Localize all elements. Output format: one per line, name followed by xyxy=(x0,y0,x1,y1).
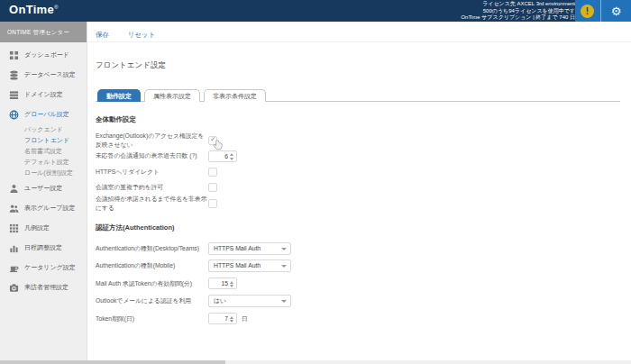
chevron-down-icon xyxy=(281,300,287,303)
sidebar-subitem-frontend[interactable]: フロントエンド xyxy=(0,135,87,146)
action-bar: 保存 リセット xyxy=(88,22,631,42)
top-bar: OnTime® ライセンス先 AXCEL 3rd environment 500… xyxy=(0,0,631,22)
form-row-auth-desktop: Authenticationの種類(Desktop/Teams) HTTPS M… xyxy=(96,241,620,255)
reset-button[interactable]: リセット xyxy=(127,31,155,39)
catering-icon xyxy=(9,263,19,273)
sidebar-subitem-role[interactable]: ロール(役割)設定 xyxy=(0,168,87,178)
https-redirect-checkbox[interactable] xyxy=(208,168,217,177)
scrollbar-thumb[interactable] xyxy=(0,360,225,364)
section-authentication: 認証方法(Authentication) Authenticationの種類(D… xyxy=(96,223,620,325)
sidebar-subitem-backend[interactable]: バックエンド xyxy=(0,124,87,135)
hide-subject-checkbox[interactable] xyxy=(208,199,217,208)
horizontal-scrollbar[interactable] xyxy=(0,360,631,364)
field-label: HTTPSへリダイレクト xyxy=(96,168,208,177)
dashboard-icon xyxy=(9,50,19,60)
section-title: 全体動作設定 xyxy=(96,115,620,124)
form-row-token-validity: Mail Auth 承認Tokenの有効期間(分) xyxy=(96,277,620,290)
domain-icon xyxy=(9,90,19,100)
form-row-hide-subject: 会議招待が承諾されるまで件名を非表示にする xyxy=(96,196,620,210)
sidebar-item-label: ダッシュボード xyxy=(24,50,69,59)
field-label: 未応答の会議通知の表示過去日数 (?) xyxy=(96,151,208,160)
section-title: 認証方法(Authentication) xyxy=(96,223,620,232)
sidebar: ONTIME 管理センター ダッシュボード データベース設定 ドメイン設定 グロ… xyxy=(0,22,87,364)
globe-icon xyxy=(9,110,19,120)
days-suffix-label: 日 xyxy=(242,314,248,323)
outlook-mail-auth-select[interactable]: はい xyxy=(208,295,291,307)
sidebar-item-visitor[interactable]: 来訪者管理設定 xyxy=(0,278,87,297)
sidebar-item-display-group[interactable]: 表示グループ設定 xyxy=(0,198,87,218)
tab-hide-condition-settings[interactable]: 非表示条件設定 xyxy=(204,89,266,102)
chart-icon xyxy=(9,243,19,253)
sidebar-item-label: 表示グループ設定 xyxy=(24,204,76,213)
form-row-https-redirect: HTTPSへリダイレクト xyxy=(96,165,620,178)
field-label: Authenticationの種類(Desktop/Teams) xyxy=(96,244,208,253)
sidebar-item-domain[interactable]: ドメイン設定 xyxy=(0,85,87,105)
sidebar-item-database[interactable]: データベース設定 xyxy=(0,65,87,85)
sidebar-item-global[interactable]: グローバル設定 xyxy=(0,105,87,124)
sidebar-item-label: ケータリング設定 xyxy=(24,263,76,272)
field-label: Authenticationの種類(Mobile) xyxy=(96,261,208,270)
tab-bar: 動作設定 属性表示設定 非表示条件設定 xyxy=(96,89,620,102)
mouse-cursor-icon xyxy=(213,140,223,150)
sidebar-item-label: 日程調整設定 xyxy=(24,243,62,252)
tab-attribute-display-settings[interactable]: 属性表示設定 xyxy=(144,89,200,102)
sidebar-item-schedule[interactable]: 日程調整設定 xyxy=(0,238,87,258)
chevron-down-icon xyxy=(281,265,287,268)
form-row-double-booking: 会議室の重複予約を許可 xyxy=(96,181,620,195)
form-row-token-expiry: Token期限(日) 日 xyxy=(96,312,620,325)
license-line-2: 500のうち94ライセンスを使用中です xyxy=(461,8,575,15)
chevron-down-icon xyxy=(281,248,287,250)
spinner-arrows-icon[interactable] xyxy=(230,279,234,289)
sidebar-item-user[interactable]: ユーザー設定 xyxy=(0,178,87,198)
ontime-logo: OnTime® xyxy=(9,3,59,16)
license-alert-badge[interactable]: ! xyxy=(581,5,594,18)
topbar-right-section: ! ⚙ xyxy=(575,0,631,22)
field-label: Outlookでメールによる認証を利用 xyxy=(96,296,208,305)
double-booking-checkbox[interactable] xyxy=(208,183,217,192)
license-line-3: OnTime サブスクリプション | 終了まで 740 日 xyxy=(461,14,575,22)
token-expiry-input xyxy=(208,313,237,324)
sidebar-header: ONTIME 管理センター xyxy=(0,22,87,42)
sidebar-subitem-name-format[interactable]: 名前書式設定 xyxy=(0,146,87,157)
sidebar-item-dashboard[interactable]: ダッシュボード xyxy=(0,45,87,65)
sidebar-item-legend[interactable]: 凡例設定 xyxy=(0,218,87,238)
sidebar-item-catering[interactable]: ケータリング設定 xyxy=(0,258,87,278)
page-title: フロントエンド設定 xyxy=(96,60,620,71)
visitor-icon xyxy=(9,283,19,293)
auth-desktop-select[interactable]: HTTPS Mail Auth xyxy=(208,242,291,255)
sidebar-item-label: 来訪者管理設定 xyxy=(24,283,69,292)
form-row-auth-mobile: Authenticationの種類(Mobile) HTTPS Mail Aut… xyxy=(96,259,620,273)
sidebar-item-label: ドメイン設定 xyxy=(24,90,63,99)
unanswered-days-input xyxy=(208,150,237,162)
field-label: 会議招待が承諾されるまで件名を非表示にする xyxy=(96,195,208,213)
field-label: Mail Auth 承認Tokenの有効期間(分) xyxy=(96,279,208,288)
token-validity-input xyxy=(208,278,237,289)
user-icon xyxy=(9,184,19,194)
group-icon xyxy=(9,204,19,214)
auth-mobile-select[interactable]: HTTPS Mail Auth xyxy=(208,259,291,272)
sidebar-item-label: データベース設定 xyxy=(24,70,76,79)
exchange-access-checkbox[interactable]: ✓ xyxy=(208,136,217,145)
spinner-arrows-icon[interactable] xyxy=(230,314,234,324)
form-row-exchange-access: Exchange(Outlook)のアクセス権設定を反映させない ✓ xyxy=(96,133,620,147)
sidebar-item-label: ユーザー設定 xyxy=(24,184,62,193)
form-row-unanswered-days: 未応答の会議通知の表示過去日数 (?) xyxy=(96,150,620,163)
legend-icon xyxy=(9,223,19,233)
license-info: ライセンス先 AXCEL 3rd environment 500のうち94ライセ… xyxy=(461,1,575,22)
field-label: Exchange(Outlook)のアクセス権設定を反映させない xyxy=(96,132,208,150)
save-button[interactable]: 保存 xyxy=(96,31,109,39)
section-general-behavior: 全体動作設定 Exchange(Outlook)のアクセス権設定を反映させない … xyxy=(96,115,620,210)
form-row-outlook-mail-auth: Outlookでメールによる認証を利用 はい xyxy=(96,295,620,308)
license-line-1: ライセンス先 AXCEL 3rd environment xyxy=(461,1,575,8)
gear-icon: ⚙ xyxy=(611,5,622,17)
spinner-arrows-icon[interactable] xyxy=(230,152,234,162)
sidebar-item-label: 凡例設定 xyxy=(24,223,50,232)
database-icon xyxy=(9,70,19,80)
sidebar-subitem-default[interactable]: デフォルト設定 xyxy=(0,157,87,168)
tab-behavior-settings[interactable]: 動作設定 xyxy=(97,89,141,102)
sidebar-item-label: グローバル設定 xyxy=(24,110,69,119)
settings-button[interactable]: ⚙ xyxy=(601,0,631,22)
main-content: 保存 リセット フロントエンド設定 動作設定 属性表示設定 非表示条件設定 全体… xyxy=(88,22,631,364)
field-label: 会議室の重複予約を許可 xyxy=(96,183,208,192)
field-label: Token期限(日) xyxy=(96,314,208,323)
